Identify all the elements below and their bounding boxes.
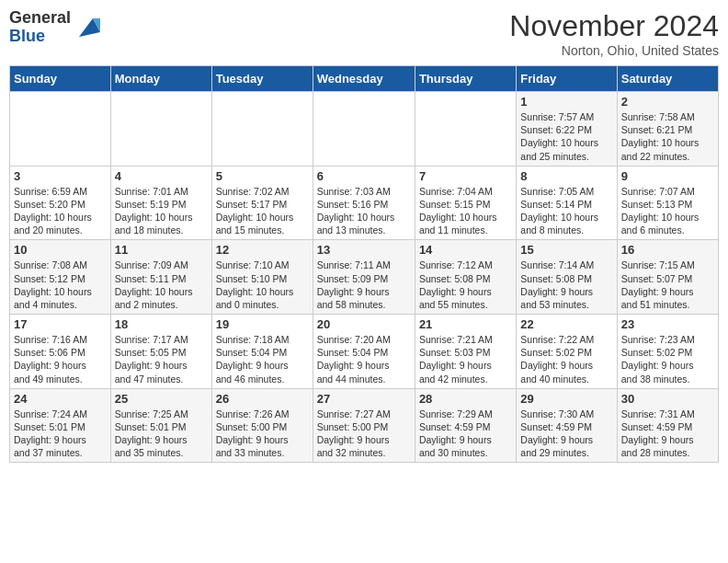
weekday-header-thursday: Thursday bbox=[415, 66, 516, 92]
calendar-cell: 28Sunrise: 7:29 AM Sunset: 4:59 PM Dayli… bbox=[415, 388, 516, 463]
calendar-cell: 5Sunrise: 7:02 AM Sunset: 5:17 PM Daylig… bbox=[211, 166, 313, 240]
calendar-week-1: 1Sunrise: 7:57 AM Sunset: 6:22 PM Daylig… bbox=[10, 92, 719, 167]
calendar-week-5: 24Sunrise: 7:24 AM Sunset: 5:01 PM Dayli… bbox=[10, 388, 719, 463]
day-info: Sunrise: 7:22 AM Sunset: 5:02 PM Dayligh… bbox=[520, 333, 612, 385]
page-header: General Blue November 2024 Norton, Ohio,… bbox=[9, 9, 719, 58]
day-info: Sunrise: 7:09 AM Sunset: 5:11 PM Dayligh… bbox=[115, 259, 208, 311]
day-number: 8 bbox=[520, 169, 612, 183]
day-number: 9 bbox=[621, 169, 714, 183]
day-number: 1 bbox=[520, 95, 612, 109]
day-number: 22 bbox=[520, 317, 612, 331]
calendar-cell: 22Sunrise: 7:22 AM Sunset: 5:02 PM Dayli… bbox=[517, 315, 617, 389]
day-info: Sunrise: 7:04 AM Sunset: 5:15 PM Dayligh… bbox=[419, 185, 512, 237]
calendar-cell: 3Sunrise: 6:59 AM Sunset: 5:20 PM Daylig… bbox=[10, 166, 111, 240]
day-number: 28 bbox=[419, 392, 512, 406]
calendar-cell: 24Sunrise: 7:24 AM Sunset: 5:01 PM Dayli… bbox=[10, 388, 111, 463]
calendar-cell: 21Sunrise: 7:21 AM Sunset: 5:03 PM Dayli… bbox=[415, 315, 516, 389]
calendar-cell: 16Sunrise: 7:15 AM Sunset: 5:07 PM Dayli… bbox=[617, 240, 718, 315]
day-number: 4 bbox=[115, 169, 208, 183]
calendar-cell bbox=[313, 92, 415, 167]
weekday-header-saturday: Saturday bbox=[617, 66, 718, 92]
weekday-header-tuesday: Tuesday bbox=[211, 66, 313, 92]
day-info: Sunrise: 7:57 AM Sunset: 6:22 PM Dayligh… bbox=[520, 110, 612, 163]
calendar-cell: 27Sunrise: 7:27 AM Sunset: 5:00 PM Dayli… bbox=[313, 388, 415, 463]
calendar-cell: 13Sunrise: 7:11 AM Sunset: 5:09 PM Dayli… bbox=[313, 240, 415, 315]
day-number: 17 bbox=[14, 317, 107, 331]
day-number: 23 bbox=[621, 317, 714, 331]
day-number: 11 bbox=[115, 243, 208, 257]
weekday-header-monday: Monday bbox=[110, 66, 211, 92]
calendar-cell: 12Sunrise: 7:10 AM Sunset: 5:10 PM Dayli… bbox=[211, 240, 313, 315]
day-number: 15 bbox=[520, 243, 612, 257]
calendar-cell: 6Sunrise: 7:03 AM Sunset: 5:16 PM Daylig… bbox=[313, 166, 415, 240]
calendar-week-4: 17Sunrise: 7:16 AM Sunset: 5:06 PM Dayli… bbox=[10, 315, 719, 389]
calendar-cell: 26Sunrise: 7:26 AM Sunset: 5:00 PM Dayli… bbox=[211, 388, 313, 463]
day-info: Sunrise: 7:26 AM Sunset: 5:00 PM Dayligh… bbox=[216, 408, 309, 460]
calendar-cell: 15Sunrise: 7:14 AM Sunset: 5:08 PM Dayli… bbox=[517, 240, 617, 315]
calendar-cell: 19Sunrise: 7:18 AM Sunset: 5:04 PM Dayli… bbox=[211, 315, 313, 389]
day-info: Sunrise: 7:07 AM Sunset: 5:13 PM Dayligh… bbox=[621, 185, 714, 237]
calendar-cell: 4Sunrise: 7:01 AM Sunset: 5:19 PM Daylig… bbox=[110, 166, 211, 240]
day-info: Sunrise: 7:25 AM Sunset: 5:01 PM Dayligh… bbox=[115, 408, 208, 460]
day-number: 19 bbox=[216, 317, 309, 331]
day-info: Sunrise: 7:20 AM Sunset: 5:04 PM Dayligh… bbox=[317, 333, 411, 385]
day-number: 6 bbox=[317, 169, 411, 183]
calendar-cell: 1Sunrise: 7:57 AM Sunset: 6:22 PM Daylig… bbox=[517, 92, 617, 167]
day-number: 29 bbox=[520, 392, 612, 406]
calendar-week-3: 10Sunrise: 7:08 AM Sunset: 5:12 PM Dayli… bbox=[10, 240, 719, 315]
day-info: Sunrise: 7:03 AM Sunset: 5:16 PM Dayligh… bbox=[317, 185, 411, 237]
location: Norton, Ohio, United States bbox=[509, 43, 719, 58]
day-number: 13 bbox=[317, 243, 411, 257]
weekday-header-friday: Friday bbox=[517, 66, 617, 92]
day-info: Sunrise: 7:23 AM Sunset: 5:02 PM Dayligh… bbox=[621, 333, 714, 385]
calendar-cell: 30Sunrise: 7:31 AM Sunset: 4:59 PM Dayli… bbox=[617, 388, 718, 463]
calendar-cell: 9Sunrise: 7:07 AM Sunset: 5:13 PM Daylig… bbox=[617, 166, 718, 240]
day-number: 30 bbox=[621, 392, 714, 406]
calendar-cell: 2Sunrise: 7:58 AM Sunset: 6:21 PM Daylig… bbox=[617, 92, 718, 167]
day-info: Sunrise: 7:01 AM Sunset: 5:19 PM Dayligh… bbox=[115, 185, 208, 237]
calendar-header-row: SundayMondayTuesdayWednesdayThursdayFrid… bbox=[10, 66, 719, 92]
day-info: Sunrise: 7:24 AM Sunset: 5:01 PM Dayligh… bbox=[14, 408, 107, 460]
day-number: 10 bbox=[14, 243, 107, 257]
calendar-cell: 17Sunrise: 7:16 AM Sunset: 5:06 PM Dayli… bbox=[10, 315, 111, 389]
day-number: 3 bbox=[14, 169, 107, 183]
calendar-cell: 14Sunrise: 7:12 AM Sunset: 5:08 PM Dayli… bbox=[415, 240, 516, 315]
day-number: 27 bbox=[317, 392, 411, 406]
day-number: 14 bbox=[419, 243, 512, 257]
logo: General Blue bbox=[9, 9, 102, 46]
logo-general-text: General bbox=[9, 9, 71, 28]
day-number: 7 bbox=[419, 169, 512, 183]
day-info: Sunrise: 7:17 AM Sunset: 5:05 PM Dayligh… bbox=[115, 333, 208, 385]
calendar-cell bbox=[415, 92, 516, 167]
day-number: 26 bbox=[216, 392, 309, 406]
title-block: November 2024 Norton, Ohio, United State… bbox=[509, 9, 719, 58]
day-info: Sunrise: 7:58 AM Sunset: 6:21 PM Dayligh… bbox=[621, 110, 714, 163]
day-number: 25 bbox=[115, 392, 208, 406]
calendar-cell: 7Sunrise: 7:04 AM Sunset: 5:15 PM Daylig… bbox=[415, 166, 516, 240]
day-info: Sunrise: 6:59 AM Sunset: 5:20 PM Dayligh… bbox=[14, 185, 107, 237]
calendar-cell: 23Sunrise: 7:23 AM Sunset: 5:02 PM Dayli… bbox=[617, 315, 718, 389]
day-number: 20 bbox=[317, 317, 411, 331]
day-info: Sunrise: 7:10 AM Sunset: 5:10 PM Dayligh… bbox=[216, 259, 309, 311]
day-number: 5 bbox=[216, 169, 309, 183]
calendar-cell bbox=[110, 92, 211, 167]
day-number: 18 bbox=[115, 317, 208, 331]
calendar-cell: 11Sunrise: 7:09 AM Sunset: 5:11 PM Dayli… bbox=[110, 240, 211, 315]
day-info: Sunrise: 7:21 AM Sunset: 5:03 PM Dayligh… bbox=[419, 333, 512, 385]
day-info: Sunrise: 7:12 AM Sunset: 5:08 PM Dayligh… bbox=[419, 259, 512, 311]
day-number: 12 bbox=[216, 243, 309, 257]
day-info: Sunrise: 7:15 AM Sunset: 5:07 PM Dayligh… bbox=[621, 259, 714, 311]
day-info: Sunrise: 7:29 AM Sunset: 4:59 PM Dayligh… bbox=[419, 408, 512, 460]
calendar-cell: 29Sunrise: 7:30 AM Sunset: 4:59 PM Dayli… bbox=[517, 388, 617, 463]
logo-icon bbox=[74, 14, 102, 41]
calendar-cell: 20Sunrise: 7:20 AM Sunset: 5:04 PM Dayli… bbox=[313, 315, 415, 389]
day-info: Sunrise: 7:16 AM Sunset: 5:06 PM Dayligh… bbox=[14, 333, 107, 385]
day-info: Sunrise: 7:11 AM Sunset: 5:09 PM Dayligh… bbox=[317, 259, 411, 311]
calendar-table: SundayMondayTuesdayWednesdayThursdayFrid… bbox=[9, 65, 719, 463]
day-info: Sunrise: 7:18 AM Sunset: 5:04 PM Dayligh… bbox=[216, 333, 309, 385]
day-number: 16 bbox=[621, 243, 714, 257]
logo-blue-text: Blue bbox=[9, 28, 71, 46]
calendar-cell: 18Sunrise: 7:17 AM Sunset: 5:05 PM Dayli… bbox=[110, 315, 211, 389]
day-info: Sunrise: 7:05 AM Sunset: 5:14 PM Dayligh… bbox=[520, 185, 612, 237]
calendar-week-2: 3Sunrise: 6:59 AM Sunset: 5:20 PM Daylig… bbox=[10, 166, 719, 240]
